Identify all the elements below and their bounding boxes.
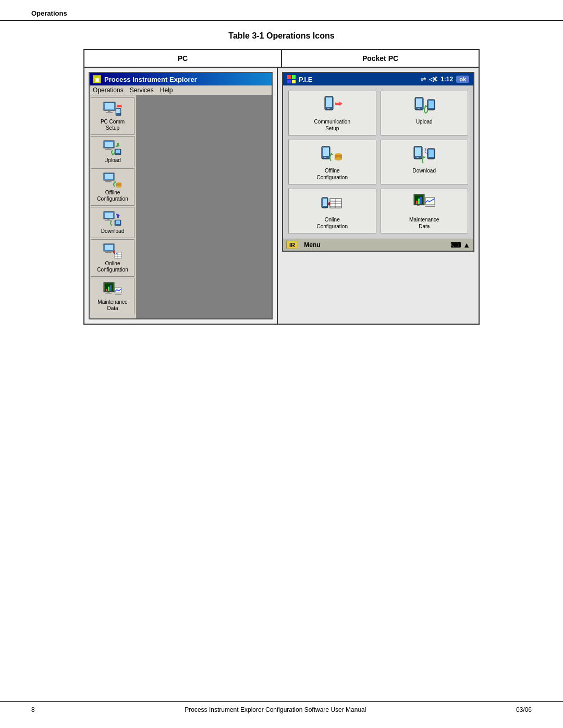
- pc-icon-label-offline-config: OfflineConfiguration: [97, 190, 128, 202]
- svg-rect-18: [105, 181, 112, 182]
- windows-flag-icon: [287, 75, 296, 83]
- svg-rect-24: [105, 213, 113, 218]
- svg-rect-34: [105, 252, 112, 253]
- ppc-icon-label-upload: Upload: [416, 118, 433, 125]
- pc-icon-label-upload: Upload: [104, 157, 121, 164]
- ppc-icon-maintenance-data[interactable]: MaintenanceData: [381, 189, 469, 233]
- svg-rect-85: [418, 199, 420, 204]
- svg-rect-68: [415, 147, 421, 156]
- ppc-ir-button[interactable]: IR: [286, 241, 298, 249]
- ppc-icon-upload[interactable]: Upload: [381, 91, 469, 135]
- ppc-title-right: ⇌ ◁€ 1:12 ok: [421, 76, 469, 83]
- pc-icon-label-online-config: OnlineConfiguration: [97, 261, 128, 273]
- svg-marker-73: [422, 156, 425, 158]
- pc-menubar: Operations Services Help: [90, 85, 272, 95]
- svg-rect-49: [115, 294, 121, 295]
- ppc-icon-label-offline-config: OfflineConfiguration: [317, 167, 348, 181]
- ppc-icon-label-maintenance-data: MaintenanceData: [409, 216, 439, 230]
- ppc-title-left: P.I.E: [287, 75, 313, 83]
- table-title: Table 3-1 Operations Icons: [31, 31, 532, 41]
- svg-rect-72: [429, 150, 434, 157]
- svg-point-66: [335, 157, 342, 161]
- svg-rect-17: [107, 180, 109, 181]
- ppc-column-header: Pocket PC: [282, 50, 479, 67]
- svg-rect-40: [116, 253, 117, 254]
- keyboard-icon[interactable]: ⌨ ▲: [450, 241, 470, 249]
- ppc-titlebar: P.I.E ⇌ ◁€ 1:12 ok: [283, 73, 473, 85]
- menu-help[interactable]: Help: [160, 87, 173, 94]
- main-content: Table 3-1 Operations Icons PC Pocket PC …: [0, 26, 563, 356]
- ppc-icon-download[interactable]: Download: [381, 140, 469, 184]
- ppc-icons-grid: CommunicationSetup: [283, 85, 473, 239]
- svg-rect-44: [108, 287, 109, 291]
- svg-rect-32: [105, 245, 113, 250]
- ppc-volume-icon: ◁€: [429, 76, 437, 83]
- pc-titlebar-label: Process Instrument Explorer: [104, 76, 197, 83]
- svg-rect-62: [324, 157, 326, 158]
- menu-operations[interactable]: Operations: [93, 87, 124, 94]
- svg-rect-3: [106, 112, 113, 113]
- ppc-icon-comm-setup[interactable]: CommunicationSetup: [288, 91, 376, 135]
- svg-rect-36: [115, 252, 121, 258]
- svg-rect-56: [418, 108, 420, 109]
- svg-rect-47: [105, 293, 112, 294]
- ppc-signal-icon: ⇌: [421, 76, 426, 83]
- pc-icon-upload[interactable]: Upload: [91, 136, 134, 167]
- pc-icon-maintenance-data[interactable]: MaintenanceData: [91, 278, 134, 315]
- pc-sidebar: PC CommSetup: [90, 95, 137, 318]
- svg-rect-10: [105, 149, 112, 150]
- pc-column-header: PC: [84, 50, 282, 67]
- svg-rect-51: [326, 97, 332, 107]
- footer-page-number: 8: [31, 706, 35, 713]
- svg-marker-63: [330, 153, 333, 155]
- svg-rect-61: [323, 147, 329, 156]
- ppc-app-name: P.I.E: [299, 76, 313, 83]
- svg-rect-25: [107, 219, 109, 220]
- ppc-icon-offline-config[interactable]: OfflineConfiguration: [288, 140, 376, 184]
- pc-icon-online-config[interactable]: OnlineConfiguration: [91, 239, 134, 277]
- svg-rect-43: [106, 289, 107, 291]
- pc-icon-offline-config[interactable]: OfflineConfiguration: [91, 168, 134, 206]
- svg-rect-26: [105, 220, 112, 221]
- svg-rect-46: [107, 292, 109, 293]
- pc-column: ▣ Process Instrument Explorer Operations…: [84, 68, 278, 324]
- ppc-taskbar-menu[interactable]: Menu: [304, 241, 320, 249]
- ppc-taskbar: IR Menu ⌨ ▲: [283, 239, 473, 251]
- page-footer: 8 Process Instrument Explorer Configurat…: [0, 701, 563, 718]
- svg-rect-45: [110, 285, 112, 291]
- ppc-icon-online-config[interactable]: OnlineConfiguration: [288, 189, 376, 233]
- svg-marker-30: [111, 225, 113, 226]
- svg-rect-52: [327, 108, 329, 109]
- svg-rect-8: [105, 142, 113, 147]
- menu-services[interactable]: Services: [130, 87, 154, 94]
- svg-marker-27: [116, 214, 120, 218]
- svg-rect-81: [323, 199, 327, 206]
- pc-main-area: [137, 95, 272, 318]
- ppc-icon-label-online-config: OnlineConfiguration: [317, 216, 348, 230]
- svg-rect-84: [416, 201, 418, 204]
- titlebar-icon: ▣: [93, 75, 101, 83]
- pc-icon-label-maintenance-data: MaintenanceData: [97, 299, 127, 312]
- svg-rect-33: [107, 251, 109, 252]
- svg-rect-6: [116, 109, 120, 113]
- pc-icon-pc-comm-setup[interactable]: PC CommSetup: [91, 97, 134, 135]
- table-body: ▣ Process Instrument Explorer Operations…: [84, 68, 479, 324]
- svg-rect-86: [420, 197, 422, 204]
- svg-rect-1: [105, 103, 114, 109]
- svg-rect-13: [116, 150, 120, 153]
- svg-marker-57: [424, 105, 427, 107]
- ppc-device: P.I.E ⇌ ◁€ 1:12 ok: [282, 72, 474, 252]
- pc-icon-label-download: Download: [101, 228, 124, 235]
- comparison-table: PC Pocket PC ▣ Process Instrument Explor…: [83, 49, 480, 325]
- svg-rect-59: [429, 101, 434, 108]
- svg-rect-2: [108, 110, 111, 112]
- ppc-icon-label-comm-setup: CommunicationSetup: [314, 118, 350, 132]
- pc-icon-download[interactable]: Download: [91, 207, 134, 238]
- svg-rect-87: [417, 205, 420, 206]
- footer-doc-title: Process Instrument Explorer Configuratio…: [185, 706, 366, 713]
- svg-point-22: [116, 186, 121, 188]
- ppc-taskbar-right: ⌨ ▲: [450, 241, 470, 249]
- ppc-ok-button[interactable]: ok: [456, 76, 469, 83]
- svg-marker-4: [117, 104, 122, 108]
- svg-rect-9: [107, 148, 109, 149]
